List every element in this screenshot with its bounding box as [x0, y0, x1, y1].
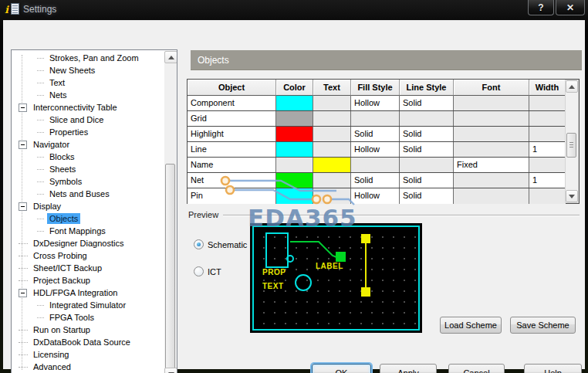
tree-item-font-mappings[interactable]: Font Mappings: [12, 225, 163, 237]
cell-object-grid[interactable]: Grid: [188, 111, 276, 126]
tree-item-dxdatabook-data-source[interactable]: DxDataBook Data Source: [12, 336, 163, 348]
tree-item-sheet-ict-backup[interactable]: Sheet/ICT Backup: [12, 262, 163, 274]
help-button[interactable]: Help: [524, 364, 582, 373]
cell-line-component[interactable]: Solid: [400, 96, 454, 110]
column-header-line-style[interactable]: Line Style: [400, 80, 454, 96]
cell-width-net[interactable]: 1: [529, 173, 566, 188]
tree-item-objects[interactable]: Objects: [12, 212, 163, 225]
cell-text-name[interactable]: [313, 158, 351, 172]
cell-color-line[interactable]: [276, 142, 313, 157]
cell-fill-line[interactable]: Hollow: [351, 142, 400, 157]
cell-text-line[interactable]: [313, 142, 351, 157]
save-scheme-button[interactable]: Save Scheme: [510, 317, 576, 334]
titlebar-help-button[interactable]: ?: [528, 0, 554, 15]
cell-width-pin[interactable]: [529, 188, 566, 204]
table-scrollbar[interactable]: [565, 80, 579, 203]
column-header-fill-style[interactable]: Fill Style: [351, 80, 400, 96]
tree-item-navigator[interactable]: Navigator: [12, 138, 163, 151]
radio-schematic[interactable]: Schematic: [194, 239, 247, 249]
cell-fill-component[interactable]: Hollow: [351, 96, 400, 110]
cell-color-pin[interactable]: [276, 188, 313, 204]
cell-text-pin[interactable]: [313, 188, 351, 204]
collapse-minus-icon[interactable]: [19, 141, 27, 149]
cell-width-line[interactable]: 1: [529, 142, 566, 157]
cell-fill-highlight[interactable]: Solid: [351, 127, 400, 141]
tree-item-symbols[interactable]: Symbols: [12, 175, 163, 188]
tree-item-dxdesigner-diagnostics[interactable]: DxDesigner Diagnostics: [12, 237, 163, 249]
cell-line-pin[interactable]: Solid: [400, 188, 454, 204]
cell-fill-grid[interactable]: [351, 111, 400, 126]
cell-width-highlight[interactable]: [529, 127, 566, 141]
tree-item-integrated-simulator[interactable]: Integrated Simulator: [12, 299, 163, 311]
cell-text-component[interactable]: [313, 96, 351, 110]
cell-width-grid[interactable]: [529, 111, 566, 126]
cell-object-pin[interactable]: Pin: [188, 188, 276, 204]
table-scrollbar-thumb[interactable]: [566, 133, 576, 158]
tree-item-slice-and-dice[interactable]: Slice and Dice: [12, 114, 163, 126]
tree-item-run-on-startup[interactable]: Run on Startup: [12, 324, 163, 336]
tree-item-cross-probing[interactable]: Cross Probing: [12, 249, 163, 262]
cell-line-net[interactable]: Solid: [400, 173, 454, 188]
cell-fill-net[interactable]: Solid: [351, 173, 400, 188]
tree-item-display[interactable]: Display: [12, 200, 163, 212]
tree-scrollbar[interactable]: [164, 51, 177, 373]
cell-font-net[interactable]: [454, 173, 529, 188]
collapse-minus-icon[interactable]: [19, 202, 27, 211]
tree-item-project-backup[interactable]: Project Backup: [12, 274, 163, 287]
tree-item-interconnectivity-table[interactable]: Interconnectivity Table: [12, 101, 163, 114]
cancel-button[interactable]: Cancel: [448, 364, 505, 373]
cell-color-component[interactable]: [276, 96, 313, 110]
radio-selected-icon[interactable]: [194, 239, 204, 249]
cell-font-component[interactable]: [454, 96, 529, 110]
cell-line-grid[interactable]: [400, 111, 454, 126]
tree-item-licensing[interactable]: Licensing: [12, 348, 163, 361]
tree-item-hdl-fpga-integration[interactable]: HDL/FPGA Integration: [12, 287, 163, 299]
scroll-up-icon[interactable]: [566, 80, 578, 93]
column-header-text[interactable]: Text: [313, 80, 351, 96]
tree-item-sheets[interactable]: Sheets: [12, 163, 163, 175]
cell-color-net[interactable]: [276, 173, 313, 188]
cell-object-net[interactable]: Net: [188, 173, 276, 188]
tree-item-fpga-tools[interactable]: FPGA Tools: [12, 311, 163, 324]
scroll-down-icon[interactable]: [566, 190, 578, 202]
radio-unselected-icon[interactable]: [194, 266, 204, 276]
load-scheme-button[interactable]: Load Scheme: [440, 317, 502, 334]
tree-item-nets[interactable]: Nets: [12, 89, 163, 101]
cell-font-name[interactable]: Fixed: [454, 158, 529, 172]
collapse-minus-icon[interactable]: [19, 103, 27, 112]
cell-object-highlight[interactable]: Highlight: [188, 127, 276, 141]
tree-item-advanced[interactable]: Advanced: [12, 361, 163, 373]
cell-color-grid[interactable]: [276, 111, 313, 126]
cell-width-component[interactable]: [529, 96, 566, 110]
tree-item-nets-and-buses[interactable]: Nets and Buses: [12, 188, 163, 200]
radio-ict[interactable]: ICT: [194, 266, 221, 276]
cell-line-line[interactable]: Solid: [400, 142, 454, 157]
tree-item-new-sheets[interactable]: New Sheets: [12, 64, 163, 76]
tree-scrollbar-thumb[interactable]: [165, 164, 175, 369]
scroll-up-icon[interactable]: [164, 51, 177, 63]
cell-object-line[interactable]: Line: [188, 142, 276, 157]
tree-item-text[interactable]: Text: [12, 76, 163, 89]
cell-fill-name[interactable]: [351, 158, 400, 172]
cell-object-component[interactable]: Component: [188, 96, 276, 110]
cell-line-name[interactable]: [400, 158, 454, 172]
cell-text-highlight[interactable]: [313, 127, 351, 141]
column-header-width[interactable]: Width: [529, 80, 566, 96]
cell-font-grid[interactable]: [454, 111, 529, 126]
tree-item-strokes-pan-and-zoom[interactable]: Strokes, Pan and Zoom: [12, 52, 163, 64]
cell-line-highlight[interactable]: Solid: [400, 127, 454, 141]
cell-font-highlight[interactable]: [454, 127, 529, 141]
titlebar-close-button[interactable]: ✕: [556, 0, 585, 15]
cell-object-name[interactable]: Name: [188, 158, 276, 172]
tree-item-blocks[interactable]: Blocks: [12, 151, 163, 163]
column-header-color[interactable]: Color: [276, 80, 313, 96]
apply-button[interactable]: Apply: [380, 364, 437, 373]
cell-width-name[interactable]: [529, 158, 566, 172]
cell-font-line[interactable]: [454, 142, 529, 157]
collapse-minus-icon[interactable]: [19, 289, 27, 297]
cell-color-name[interactable]: [276, 158, 313, 172]
cell-color-highlight[interactable]: [276, 127, 313, 141]
ok-button[interactable]: OK: [312, 364, 371, 373]
cell-text-net[interactable]: [313, 173, 351, 188]
scroll-down-icon[interactable]: [164, 368, 177, 373]
